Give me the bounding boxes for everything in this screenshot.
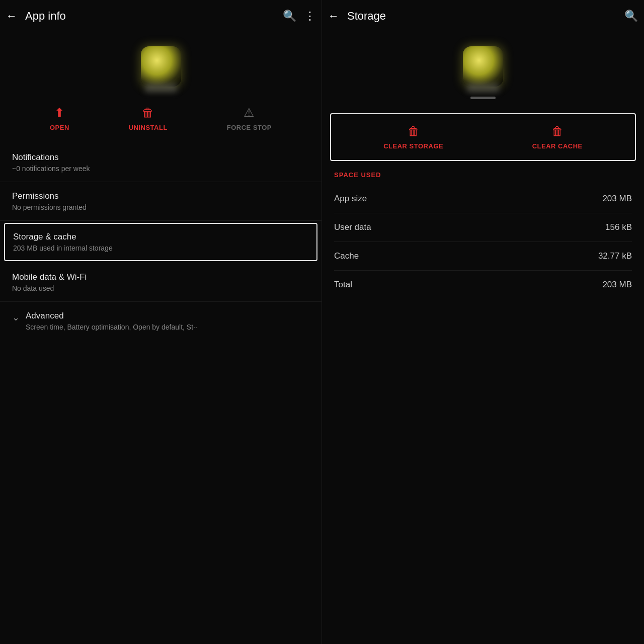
menu-item-mobile-data[interactable]: Mobile data & Wi-Fi No data used: [0, 263, 321, 302]
menu-item-permissions[interactable]: Permissions No permissions granted: [0, 182, 321, 221]
left-search-icon[interactable]: 🔍: [283, 10, 296, 23]
left-actions-row: ⬆ OPEN 🗑 UNINSTALL ⚠ FORCE STOP: [0, 97, 321, 143]
left-app-icon-name-blur: [145, 84, 177, 93]
permissions-sub: No permissions granted: [12, 203, 309, 211]
advanced-sub: Screen time, Battery optimisation, Open …: [26, 323, 197, 331]
left-menu-list: Notifications ~0 notifications per week …: [0, 143, 321, 644]
uninstall-icon: 🗑: [142, 106, 154, 120]
clear-storage-icon: 🗑: [408, 124, 420, 138]
app-size-value: 203 MB: [602, 194, 632, 204]
left-app-icon: [141, 46, 181, 87]
right-app-icon-area: [322, 32, 644, 97]
clear-storage-label: CLEAR STORAGE: [383, 142, 443, 150]
clear-cache-button[interactable]: 🗑 CLEAR CACHE: [532, 124, 583, 150]
right-app-icon-name-blur: [467, 84, 499, 93]
clear-storage-button[interactable]: 🗑 CLEAR STORAGE: [383, 124, 443, 150]
left-more-icon[interactable]: ⋮: [304, 10, 315, 23]
uninstall-label: UNINSTALL: [129, 124, 168, 131]
force-stop-button[interactable]: ⚠ FORCE STOP: [227, 106, 272, 131]
divider-bar: [470, 97, 496, 99]
clear-cache-icon: 🗑: [551, 124, 564, 138]
right-app-icon: [463, 46, 503, 87]
space-row-user-data: User data 156 kB: [334, 213, 632, 242]
storage-title: Storage & cache: [13, 232, 308, 242]
left-header: ← App info 🔍 ⋮: [0, 0, 321, 32]
cache-value: 32.77 kB: [598, 251, 632, 261]
space-used-title: SPACE USED: [334, 171, 632, 179]
force-stop-icon: ⚠: [244, 106, 255, 120]
right-search-icon[interactable]: 🔍: [624, 10, 638, 23]
space-used-section: SPACE USED App size 203 MB User data 156…: [322, 171, 644, 299]
clear-buttons-box: 🗑 CLEAR STORAGE 🗑 CLEAR CACHE: [330, 113, 636, 161]
right-back-button[interactable]: ←: [328, 10, 339, 23]
menu-item-notifications[interactable]: Notifications ~0 notifications per week: [0, 143, 321, 182]
advanced-text: Advanced Screen time, Battery optimisati…: [26, 311, 197, 331]
left-header-icons: 🔍 ⋮: [283, 10, 315, 23]
space-row-app-size: App size 203 MB: [334, 185, 632, 213]
cache-label: Cache: [334, 251, 359, 261]
open-icon: ⬆: [54, 106, 64, 120]
menu-item-storage[interactable]: Storage & cache 203 MB used in internal …: [4, 223, 317, 261]
left-panel: ← App info 🔍 ⋮ ⬆ OPEN 🗑 UNINSTALL ⚠ FORC…: [0, 0, 322, 644]
right-header: ← Storage 🔍: [322, 0, 644, 32]
user-data-label: User data: [334, 222, 371, 232]
left-page-title: App info: [25, 10, 283, 23]
uninstall-button[interactable]: 🗑 UNINSTALL: [129, 106, 168, 131]
left-app-icon-area: [0, 32, 321, 97]
right-panel: ← Storage 🔍 🗑 CLEAR STORAGE 🗑 CLEAR CACH…: [322, 0, 644, 644]
app-size-label: App size: [334, 194, 367, 204]
notifications-sub: ~0 notifications per week: [12, 165, 309, 173]
mobile-data-sub: No data used: [12, 284, 309, 292]
right-page-title: Storage: [347, 10, 624, 23]
storage-sub: 203 MB used in internal storage: [13, 244, 308, 252]
space-row-cache: Cache 32.77 kB: [334, 242, 632, 271]
space-row-total: Total 203 MB: [334, 271, 632, 299]
notifications-title: Notifications: [12, 152, 309, 163]
advanced-title: Advanced: [26, 311, 197, 321]
user-data-value: 156 kB: [605, 222, 632, 232]
total-value: 203 MB: [602, 280, 632, 290]
clear-cache-label: CLEAR CACHE: [532, 142, 583, 150]
chevron-down-icon: ⌄: [12, 312, 20, 323]
menu-item-advanced[interactable]: ⌄ Advanced Screen time, Battery optimisa…: [0, 302, 321, 340]
mobile-data-title: Mobile data & Wi-Fi: [12, 272, 309, 282]
force-stop-label: FORCE STOP: [227, 124, 272, 131]
right-header-icons: 🔍: [624, 10, 638, 23]
left-back-button[interactable]: ←: [6, 10, 17, 23]
total-label: Total: [334, 280, 352, 290]
open-button[interactable]: ⬆ OPEN: [50, 106, 69, 131]
open-label: OPEN: [50, 124, 69, 131]
permissions-title: Permissions: [12, 191, 309, 201]
